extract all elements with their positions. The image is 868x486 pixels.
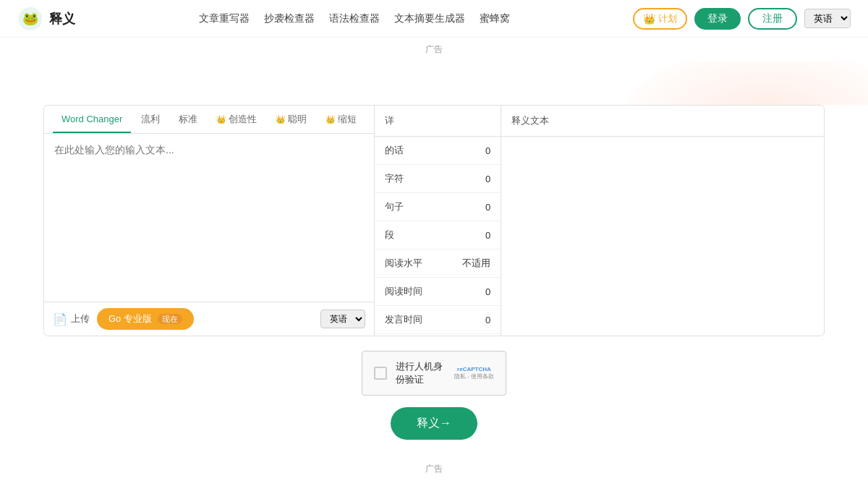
stat-paragraphs: 段 0 — [375, 221, 501, 250]
main-content: Word Changer 流利 标准 👑 创造性 👑 聪明 👑 — [0, 105, 868, 484]
tab-word-changer[interactable]: Word Changer — [53, 106, 131, 133]
nav-grammar[interactable]: 语法检查器 — [329, 12, 380, 25]
stats-header: 详 — [375, 106, 501, 137]
left-panel-footer: 📄 上传 Go 专业版 现在 英语 — [44, 302, 374, 336]
nav-honeybee[interactable]: 蜜蜂窝 — [480, 12, 510, 25]
bottom-ad: 广告 — [43, 454, 825, 484]
pro-button[interactable]: Go 专业版 现在 — [97, 308, 194, 330]
stat-reading-time: 阅读时间 0 — [375, 278, 501, 306]
nav-summarizer[interactable]: 文本摘要生成器 — [394, 12, 465, 25]
logo-text: 释义 — [49, 10, 75, 27]
header: 🐸 释义 文章重写器 抄袭检查器 语法检查器 文本摘要生成器 蜜蜂窝 👑 计划 … — [0, 0, 868, 38]
captcha-checkbox[interactable] — [374, 367, 387, 380]
captcha-box: 进行人机身份验证 reCAPTCHA 隐私 - 使用条款 — [362, 351, 506, 396]
stat-chars: 字符 0 — [375, 165, 501, 193]
tab-creative[interactable]: 👑 创造性 — [208, 106, 265, 133]
svg-text:🐸: 🐸 — [22, 11, 39, 27]
captcha-label: 进行人机身份验证 — [396, 360, 446, 386]
action-area: 进行人机身份验证 reCAPTCHA 隐私 - 使用条款 释义→ — [43, 336, 825, 454]
register-button[interactable]: 注册 — [748, 8, 797, 30]
stats-panel: 详 的话 0 字符 0 句子 0 段 0 阅读水平 不适用 阅读时间 — [375, 106, 501, 336]
crown-icon: 👑 — [643, 13, 655, 25]
right-panel: 释义文本 — [501, 106, 824, 336]
logo-icon: 🐸 — [17, 6, 43, 32]
left-panel: Word Changer 流利 标准 👑 创造性 👑 聪明 👑 — [44, 106, 375, 336]
login-button[interactable]: 登录 — [694, 8, 741, 30]
stat-words: 的话 0 — [375, 137, 501, 165]
plan-button[interactable]: 👑 计划 — [633, 8, 687, 30]
logo-area: 🐸 释义 — [17, 6, 75, 32]
right-header: 释义文本 — [501, 106, 824, 137]
crown-shorten: 👑 — [326, 115, 336, 124]
tab-bar: Word Changer 流利 标准 👑 创造性 👑 聪明 👑 — [44, 106, 374, 134]
bg-decoration — [0, 61, 868, 105]
main-text-input[interactable] — [44, 134, 374, 293]
header-nav: 文章重写器 抄袭检查器 语法检查器 文本摘要生成器 蜜蜂窝 — [199, 12, 510, 25]
language-select-editor[interactable]: 英语 — [320, 310, 365, 328]
right-content — [501, 137, 824, 325]
recaptcha-logo: reCAPTCHA 隐私 - 使用条款 — [454, 366, 494, 380]
editor-panels: Word Changer 流利 标准 👑 创造性 👑 聪明 👑 — [43, 105, 825, 336]
upload-button[interactable]: 📄 上传 — [53, 312, 90, 326]
tab-standard[interactable]: 标准 — [170, 106, 206, 133]
crown-creative: 👑 — [216, 115, 226, 124]
text-area-wrapper — [44, 134, 374, 302]
upload-icon: 📄 — [53, 312, 67, 326]
stat-reading-level: 阅读水平 不适用 — [375, 250, 501, 278]
submit-button[interactable]: 释义→ — [391, 407, 477, 440]
tab-shorten[interactable]: 👑 缩短 — [317, 106, 365, 133]
stat-speaking-time: 发言时间 0 — [375, 306, 501, 334]
header-right: 👑 计划 登录 注册 英语 — [633, 8, 851, 30]
nav-rewriter[interactable]: 文章重写器 — [199, 12, 250, 25]
language-select-header[interactable]: 英语 — [804, 9, 851, 28]
nav-plagiarism[interactable]: 抄袭检查器 — [264, 12, 315, 25]
tab-fluent[interactable]: 流利 — [132, 106, 169, 133]
top-ad: 广告 — [0, 38, 868, 61]
tab-smart[interactable]: 👑 聪明 — [267, 106, 315, 133]
stat-sentences: 句子 0 — [375, 193, 501, 221]
crown-smart: 👑 — [276, 115, 286, 124]
